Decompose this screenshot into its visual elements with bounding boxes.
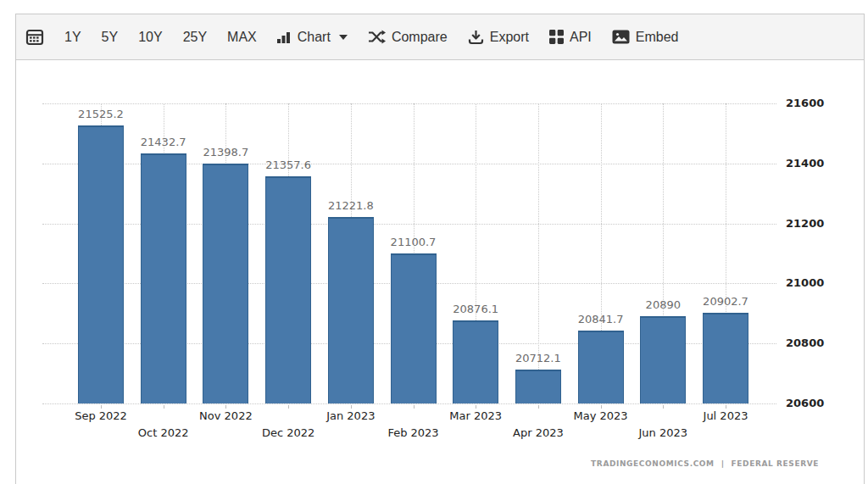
- shuffle-icon: [368, 30, 386, 44]
- x-tick: [351, 405, 352, 409]
- bar-value-label: 20902.7: [703, 295, 748, 308]
- api-button[interactable]: API: [549, 30, 592, 45]
- bar-value-label: 20876.1: [453, 303, 498, 315]
- x-axis-label: Jul 2023: [704, 409, 748, 422]
- y-axis-label: 21000: [786, 276, 824, 289]
- compare-button[interactable]: Compare: [368, 30, 448, 45]
- bar[interactable]: [515, 370, 561, 403]
- bar-value-label: 21357.6: [265, 159, 311, 171]
- bar[interactable]: [265, 176, 311, 403]
- compare-label: Compare: [392, 30, 448, 45]
- x-tick: [601, 405, 602, 409]
- bar[interactable]: [391, 253, 437, 403]
- calendar-button[interactable]: [25, 28, 44, 46]
- bar-value-label: 21221.8: [328, 199, 374, 212]
- attribution-separator: |: [721, 459, 725, 468]
- x-tick: [288, 405, 289, 409]
- attribution: TRADINGECONOMICS.COM | FEDERAL RESERVE: [591, 459, 819, 468]
- bar[interactable]: [78, 125, 124, 403]
- x-axis-label: Dec 2022: [262, 426, 314, 439]
- export-button[interactable]: Export: [468, 29, 529, 45]
- x-axis-label: Jun 2023: [639, 426, 688, 439]
- h-gridline: [42, 103, 776, 104]
- bar-value-label: 21525.2: [78, 108, 124, 120]
- chart-toolbar: 1Y 5Y 10Y 25Y MAX Chart: [16, 14, 864, 60]
- range-button-10y[interactable]: 10Y: [138, 30, 162, 45]
- range-label-5y: 5Y: [102, 30, 119, 45]
- attribution-source: FEDERAL RESERVE: [732, 459, 819, 468]
- y-axis-label: 20800: [786, 337, 824, 349]
- x-tick: [476, 405, 476, 409]
- bar[interactable]: [328, 217, 374, 403]
- range-label-max: MAX: [227, 30, 257, 45]
- x-tick: [538, 405, 539, 409]
- bar-value-label: 21432.7: [141, 136, 186, 148]
- grid-icon: [549, 30, 564, 44]
- bar[interactable]: [141, 153, 186, 403]
- bar-value-label: 20890: [646, 298, 681, 311]
- x-axis-label: Oct 2022: [138, 426, 189, 439]
- x-axis-label: Apr 2023: [513, 426, 564, 439]
- x-tick: [225, 405, 226, 409]
- chart-card: 1Y 5Y 10Y 25Y MAX Chart: [15, 14, 865, 484]
- x-axis-label: Jan 2023: [326, 409, 375, 422]
- range-label-1y: 1Y: [64, 30, 81, 45]
- range-button-5y[interactable]: 5Y: [102, 30, 119, 45]
- embed-label: Embed: [636, 30, 679, 45]
- y-axis-label: 21200: [786, 217, 824, 230]
- api-label: API: [570, 30, 592, 45]
- h-gridline: [42, 403, 776, 404]
- bar[interactable]: [453, 320, 498, 403]
- y-axis-label: 21400: [786, 157, 824, 170]
- bar[interactable]: [578, 331, 624, 403]
- y-axis-label: 20600: [786, 397, 824, 409]
- y-axis-label: 21600: [786, 97, 824, 109]
- export-label: Export: [490, 30, 529, 45]
- bar[interactable]: [703, 313, 748, 403]
- image-icon: [612, 30, 630, 44]
- bar-chart-icon: [277, 31, 292, 44]
- calendar-icon: [25, 28, 44, 46]
- bar-value-label: 21398.7: [203, 146, 249, 159]
- x-tick: [164, 405, 164, 409]
- x-axis-label: Feb 2023: [387, 426, 438, 439]
- range-label-25y: 25Y: [183, 30, 207, 45]
- chart-area: 21600214002120021000208002060021525.2Sep…: [16, 60, 864, 484]
- range-button-max[interactable]: MAX: [227, 30, 257, 45]
- bar-value-label: 20841.7: [578, 313, 624, 325]
- x-axis-label: Mar 2023: [449, 409, 502, 422]
- range-label-10y: 10Y: [138, 30, 162, 45]
- x-tick: [101, 405, 102, 409]
- x-tick: [663, 405, 664, 409]
- range-button-25y[interactable]: 25Y: [183, 30, 207, 45]
- bar-value-label: 21100.7: [391, 236, 437, 248]
- x-tick: [726, 405, 726, 409]
- x-axis-label: Sep 2022: [75, 409, 127, 422]
- bar[interactable]: [640, 316, 686, 403]
- embed-button[interactable]: Embed: [612, 30, 679, 45]
- chart-type-dropdown[interactable]: Chart: [277, 30, 348, 45]
- bar-value-label: 20712.1: [515, 352, 561, 364]
- x-axis-label: May 2023: [574, 409, 628, 422]
- x-tick: [414, 405, 415, 409]
- chevron-down-icon: [339, 35, 348, 40]
- download-icon: [468, 29, 484, 45]
- bar[interactable]: [203, 164, 248, 403]
- chart-type-label: Chart: [298, 30, 331, 45]
- range-button-1y[interactable]: 1Y: [64, 30, 81, 45]
- x-axis-label: Nov 2022: [199, 409, 253, 422]
- attribution-site: TRADINGECONOMICS.COM: [591, 459, 715, 468]
